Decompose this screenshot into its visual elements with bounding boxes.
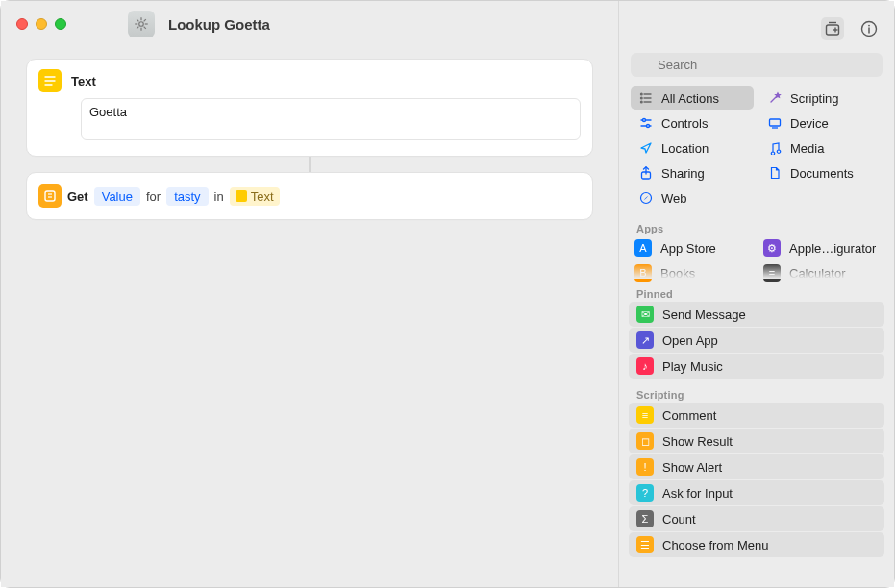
text-action-title: Text (71, 74, 96, 88)
input-variable-label: Text (251, 189, 274, 204)
action-item[interactable]: ✉ Send Message (629, 302, 884, 327)
action-item[interactable]: ♪ Play Music (629, 354, 884, 379)
category-scripting[interactable]: Scripting (759, 86, 883, 110)
svg-point-0 (139, 22, 144, 27)
choose-menu-icon: ☰ (636, 536, 654, 553)
category-device[interactable]: Device (759, 111, 883, 135)
books-icon: B (634, 264, 652, 282)
apps-section-label: Apps (619, 213, 894, 236)
action-connector (309, 157, 311, 172)
text-action-input[interactable] (81, 98, 581, 140)
svg-point-22 (868, 25, 870, 27)
category-documents[interactable]: Documents (759, 161, 883, 184)
get-dictionary-value-card[interactable]: Get Value for tasty in Text (26, 172, 593, 220)
action-item[interactable]: ≡ Comment (629, 403, 884, 428)
safari-icon (638, 190, 654, 206)
text-icon (38, 69, 62, 92)
scripting-list: ≡ Comment ◻ Show Result ! Show Alert ? A… (619, 403, 894, 558)
configurator-icon: ⚙ (763, 239, 781, 257)
category-grid: All Actions Scripting Controls Device Lo… (619, 85, 894, 213)
sliders-icon (638, 115, 654, 131)
category-web[interactable]: Web (631, 186, 754, 209)
apps-grid: A App Store ⚙ Apple…igurator B Books = C… (619, 236, 894, 279)
share-icon (638, 165, 654, 181)
action-item[interactable]: Σ Count (629, 506, 884, 531)
svg-rect-37 (770, 119, 781, 126)
svg-point-26 (641, 93, 643, 95)
show-alert-icon: ! (636, 458, 654, 476)
action-item[interactable]: ◻ Show Result (629, 429, 884, 453)
music-icon: ♪ (636, 357, 654, 375)
scripting-section-label: Scripting (619, 380, 894, 403)
category-media[interactable]: Media (759, 136, 883, 159)
editor-pane: Text Get Value for tasty in Text (1, 1, 619, 587)
svg-point-30 (641, 101, 643, 103)
count-icon: Σ (636, 510, 654, 527)
zoom-window-button[interactable] (55, 18, 66, 30)
svg-line-7 (144, 19, 146, 21)
device-icon (767, 115, 783, 131)
svg-point-34 (643, 119, 646, 122)
svg-line-8 (137, 27, 138, 29)
pinned-list: ✉ Send Message ↗ Open App ♪ Play Music (619, 302, 894, 380)
svg-rect-14 (45, 191, 55, 201)
svg-point-28 (641, 97, 643, 99)
app-item[interactable]: A App Store (631, 236, 754, 259)
library-toggle-button[interactable] (821, 17, 844, 40)
location-icon (638, 140, 654, 156)
calculator-icon: = (763, 264, 781, 282)
app-item[interactable]: ⚙ Apple…igurator (759, 236, 883, 259)
text-mini-icon (236, 190, 247, 202)
messages-icon: ✉ (636, 306, 654, 323)
svg-line-6 (144, 27, 146, 29)
wand-icon (767, 90, 783, 106)
value-parameter[interactable]: Value (94, 187, 140, 206)
text-action-card[interactable]: Text (26, 59, 593, 157)
open-app-icon: ↗ (636, 331, 654, 349)
minimize-window-button[interactable] (36, 18, 47, 30)
shortcut-icon (128, 11, 155, 37)
category-controls[interactable]: Controls (631, 111, 754, 135)
app-item[interactable]: = Calculator (759, 261, 883, 284)
window-controls (16, 18, 66, 30)
category-all-actions[interactable]: All Actions (631, 86, 754, 110)
library-pane: All Actions Scripting Controls Device Lo… (619, 1, 894, 587)
document-icon (767, 165, 783, 181)
action-item[interactable]: ? Ask for Input (629, 480, 884, 505)
app-store-icon: A (634, 239, 652, 257)
input-variable-chip[interactable]: Text (230, 187, 280, 206)
action-item[interactable]: ! Show Alert (629, 454, 884, 479)
svg-point-36 (647, 125, 650, 128)
in-label: in (214, 189, 224, 204)
key-parameter[interactable]: tasty (166, 187, 208, 206)
show-result-icon: ◻ (636, 432, 654, 450)
library-toolbar (619, 11, 894, 47)
for-label: for (146, 189, 161, 204)
category-location[interactable]: Location (631, 136, 754, 159)
ask-input-icon: ? (636, 484, 654, 502)
comment-icon: ≡ (636, 406, 654, 424)
category-sharing[interactable]: Sharing (631, 161, 754, 184)
app-window: Lookup Goetta Text (0, 0, 895, 588)
get-label: Get (67, 189, 88, 204)
music-icon (767, 140, 783, 156)
text-action-header: Text (27, 60, 592, 98)
app-item[interactable]: B Books (631, 261, 754, 284)
search-input[interactable] (631, 53, 883, 77)
action-item[interactable]: ↗ Open App (629, 328, 884, 353)
page-title: Lookup Goetta (168, 16, 270, 33)
dictionary-icon (38, 184, 62, 208)
list-icon (638, 90, 654, 106)
info-button[interactable] (858, 17, 881, 40)
svg-line-5 (137, 19, 138, 21)
action-item[interactable]: ☰ Choose from Menu (629, 532, 884, 557)
close-window-button[interactable] (16, 18, 28, 30)
